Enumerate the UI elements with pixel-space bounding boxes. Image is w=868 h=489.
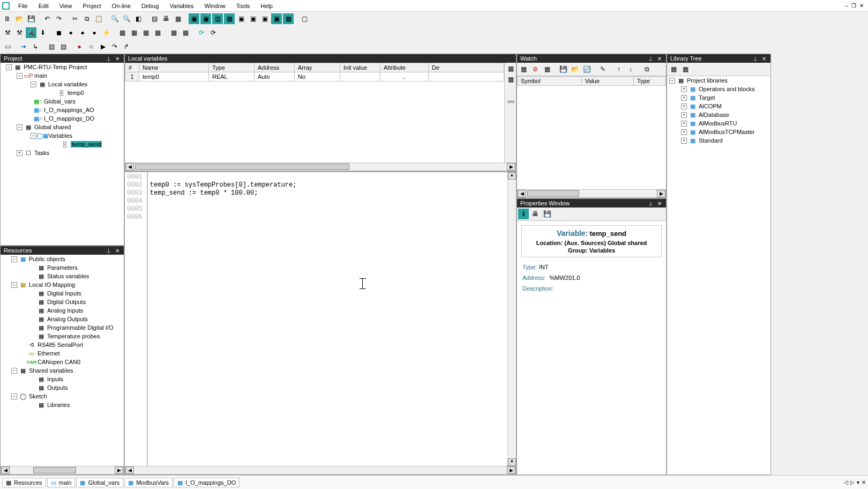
- temp0-var[interactable]: temp0: [68, 90, 84, 96]
- scroll-right-icon[interactable]: ▶: [657, 190, 665, 197]
- watch-col-symbol[interactable]: Symbol: [518, 77, 582, 86]
- localvars-grid[interactable]: # Name Type Address Array Init value Att…: [125, 63, 504, 162]
- col-num[interactable]: #: [125, 63, 139, 72]
- table-a-icon[interactable]: ▦: [168, 27, 179, 38]
- menu-window[interactable]: Window: [199, 2, 231, 10]
- watch-tool-1-icon[interactable]: ▦: [518, 64, 529, 75]
- hot-restart-icon[interactable]: ●: [89, 27, 100, 38]
- record-icon[interactable]: ●: [74, 41, 85, 52]
- grid-tool-2-icon[interactable]: ▦: [506, 75, 515, 84]
- watch-save-icon[interactable]: 💾: [558, 64, 568, 75]
- close-icon[interactable]: ✕: [761, 56, 767, 62]
- local-io-node[interactable]: Local IO Mapping: [29, 281, 75, 288]
- cold-restart-icon[interactable]: ●: [65, 27, 76, 38]
- watch-remove-icon[interactable]: ▦: [129, 27, 139, 38]
- code-editor[interactable]: 0001 0002 0003 0004 0005 0006 temp0 := s…: [125, 172, 516, 466]
- menu-view[interactable]: View: [54, 2, 78, 10]
- sketch-node[interactable]: Sketch: [29, 393, 47, 399]
- menu-debug[interactable]: Debug: [136, 2, 164, 10]
- table-b-icon[interactable]: ▦: [180, 27, 191, 38]
- watch-grid[interactable]: Symbol Value Type: [517, 76, 666, 189]
- tprobes-node[interactable]: Temperature probes: [47, 333, 100, 339]
- pdio-node[interactable]: Programmable Digital I/O: [47, 324, 114, 331]
- scroll-right-icon[interactable]: ▶: [507, 466, 515, 474]
- print-project-icon[interactable]: ▦: [173, 13, 183, 24]
- run-fast-icon[interactable]: ⚡: [101, 27, 111, 38]
- watch-clear-icon[interactable]: ⊘: [530, 64, 541, 75]
- scroll-right-icon[interactable]: ▶: [115, 466, 123, 474]
- menu-project[interactable]: Project: [77, 2, 106, 10]
- outputs-node[interactable]: Outputs: [47, 384, 68, 391]
- watch-up-icon[interactable]: ↑: [613, 64, 624, 75]
- window-close[interactable]: ✕: [859, 3, 864, 9]
- watch-all-icon[interactable]: ▦: [140, 27, 151, 38]
- tab-global-vars[interactable]: ▦Global_vars: [76, 478, 123, 487]
- library-tree[interactable]: −▦Project libraries +▦Operators and bloc…: [667, 76, 770, 475]
- tab-list-icon[interactable]: ▾: [857, 479, 859, 485]
- bookmark-list-icon[interactable]: ▤: [46, 41, 57, 52]
- lib-target[interactable]: Target: [699, 94, 715, 101]
- refresh-circle-icon[interactable]: ⟳: [196, 27, 207, 38]
- watch-add-icon[interactable]: ▦: [117, 27, 128, 38]
- program-main[interactable]: main: [34, 72, 47, 79]
- project-tree[interactable]: −▦PMC-RTU-Temp Project −▭Pmain −▦Local v…: [1, 63, 124, 245]
- scroll-thumb[interactable]: [33, 467, 76, 473]
- col-name[interactable]: Name: [139, 63, 209, 72]
- tab-close-icon[interactable]: ✕: [862, 479, 866, 485]
- lib-alcopm[interactable]: AlCOPM: [699, 103, 722, 109]
- grid-tool-3-icon[interactable]: 👓: [506, 97, 515, 107]
- lib-almodbusrtu[interactable]: AlModbusRTU: [699, 120, 737, 127]
- bookmark-icon[interactable]: ◧: [133, 13, 144, 24]
- menu-file[interactable]: File: [13, 2, 33, 10]
- connect-icon[interactable]: 🔌: [26, 27, 36, 38]
- cut-icon[interactable]: ✂: [70, 13, 80, 24]
- scroll-down-icon[interactable]: ▼: [508, 458, 516, 466]
- pin-icon[interactable]: ⊥: [752, 56, 759, 62]
- watch-refresh-icon[interactable]: 🔃: [581, 64, 592, 75]
- panel-7-icon[interactable]: ▣: [259, 13, 270, 24]
- break-icon[interactable]: ○: [86, 41, 96, 52]
- close-icon[interactable]: ✕: [656, 201, 663, 206]
- scroll-left-icon[interactable]: ◀: [125, 163, 134, 171]
- tab-main[interactable]: ▭main: [47, 478, 76, 487]
- undo-icon[interactable]: ↶: [42, 13, 53, 24]
- pin-icon[interactable]: ⊥: [105, 56, 112, 62]
- tab-next-icon[interactable]: ▷: [850, 479, 855, 485]
- watch-copy-icon[interactable]: ⧉: [641, 64, 652, 75]
- lib-operators[interactable]: Operators and blocks: [699, 86, 755, 92]
- io-do-node[interactable]: I_O_mappings_DO: [44, 115, 94, 122]
- watch-down-icon[interactable]: ↓: [625, 64, 636, 75]
- print-preview-icon[interactable]: ▤: [149, 13, 160, 24]
- col-init[interactable]: Init value: [340, 63, 380, 72]
- watch-hscroll[interactable]: ◀ ▶: [517, 189, 666, 198]
- scroll-left-icon[interactable]: ◀: [518, 190, 526, 197]
- pin-icon[interactable]: ⊥: [647, 201, 654, 206]
- scroll-thumb[interactable]: [135, 164, 349, 170]
- col-type[interactable]: Type: [209, 63, 255, 72]
- col-attr[interactable]: Attribute: [380, 63, 429, 72]
- props-save-icon[interactable]: 💾: [542, 209, 552, 219]
- compile-icon[interactable]: ⚒: [2, 27, 13, 38]
- reset-circle-icon[interactable]: ⟳: [208, 27, 219, 38]
- scroll-left-icon[interactable]: ◀: [1, 466, 10, 474]
- resources-tree[interactable]: −▦Public objects ▦Parameters ▦Status var…: [1, 255, 124, 466]
- download-icon[interactable]: ⬇: [38, 27, 48, 38]
- parameters-node[interactable]: Parameters: [47, 264, 78, 271]
- menu-edit[interactable]: Edit: [33, 2, 54, 10]
- close-icon[interactable]: ✕: [114, 248, 121, 254]
- lib-standard[interactable]: Standard: [699, 137, 723, 144]
- pin-icon[interactable]: ⊥: [105, 248, 112, 254]
- fullscreen-icon[interactable]: ▢: [299, 13, 310, 24]
- localvars-hscroll[interactable]: ◀ ▶: [125, 162, 516, 171]
- close-icon[interactable]: ✕: [114, 56, 121, 62]
- col-desc[interactable]: De: [429, 63, 504, 72]
- panel-9-icon[interactable]: ▦: [283, 13, 294, 24]
- tasks-node[interactable]: Tasks: [34, 150, 49, 156]
- print-icon[interactable]: 🖶: [161, 13, 171, 24]
- menu-variables[interactable]: Variables: [164, 2, 199, 10]
- localvars-node[interactable]: Local variables: [48, 81, 87, 87]
- watch-col-value[interactable]: Value: [581, 77, 633, 86]
- project-root[interactable]: PMC-RTU-Temp Project: [24, 64, 87, 70]
- ao-node[interactable]: Analog Outputs: [47, 316, 88, 322]
- watch-table-icon[interactable]: ▦: [152, 27, 163, 38]
